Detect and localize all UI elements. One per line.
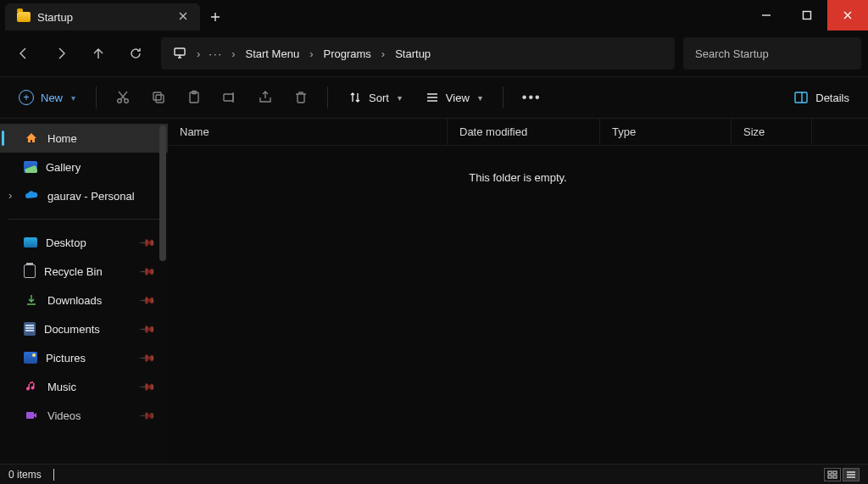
desktop-icon xyxy=(24,237,37,248)
arrow-right-icon xyxy=(54,47,68,60)
tab-startup[interactable]: Startup xyxy=(5,3,200,31)
share-button[interactable] xyxy=(251,85,280,110)
sort-icon xyxy=(348,91,362,104)
rename-button[interactable] xyxy=(215,85,244,110)
svg-rect-9 xyxy=(795,92,807,103)
copy-button[interactable] xyxy=(144,85,173,110)
arrow-up-icon xyxy=(92,47,105,60)
search-input[interactable]: Search Startup xyxy=(683,37,861,70)
refresh-button[interactable] xyxy=(119,37,153,70)
sidebar: Home Gallery gaurav - Personal Desktop 📌 xyxy=(0,119,168,464)
new-button[interactable]: + New ▾ xyxy=(10,85,84,110)
sidebar-item-recycle-bin[interactable]: Recycle Bin 📌 xyxy=(0,257,168,286)
paste-button[interactable] xyxy=(180,85,209,110)
up-button[interactable] xyxy=(81,37,115,70)
sidebar-item-home[interactable]: Home xyxy=(0,124,168,153)
chevron-right-icon[interactable]: › xyxy=(381,47,385,60)
breadcrumb-segment[interactable]: Start Menu xyxy=(241,44,305,64)
breadcrumb-segment[interactable]: Startup xyxy=(390,44,436,64)
navbar: › ··· › Start Menu › Programs › Startup … xyxy=(0,31,868,76)
window-close-button[interactable] xyxy=(827,0,868,31)
view-mode-thumbnails[interactable] xyxy=(824,468,841,481)
details-pane-icon xyxy=(793,90,809,105)
content-area: ⌃ Name Date modified Type Size This fold… xyxy=(168,119,868,464)
minimize-button[interactable] xyxy=(746,0,787,31)
more-button[interactable]: ••• xyxy=(515,85,548,110)
this-pc-icon[interactable] xyxy=(168,42,192,65)
download-icon xyxy=(24,292,39,308)
sidebar-item-documents[interactable]: Documents 📌 xyxy=(0,314,168,343)
status-divider xyxy=(53,469,54,481)
chevron-down-icon: ▾ xyxy=(478,93,482,103)
back-button[interactable] xyxy=(7,37,41,70)
sidebar-scrollbar[interactable] xyxy=(159,125,166,261)
minimize-icon xyxy=(761,10,771,20)
delete-button[interactable] xyxy=(287,85,315,110)
pin-icon: 📌 xyxy=(139,378,157,396)
sidebar-item-onedrive[interactable]: gaurav - Personal xyxy=(0,181,168,210)
column-header-type[interactable]: Type xyxy=(600,119,732,145)
body: Home Gallery gaurav - Personal Desktop 📌 xyxy=(0,119,868,464)
path-overflow-button[interactable]: ··· xyxy=(205,47,226,60)
pin-icon: 📌 xyxy=(139,234,157,252)
maximize-button[interactable] xyxy=(787,0,827,31)
sidebar-item-label: Music xyxy=(47,381,133,393)
paste-icon xyxy=(186,90,202,105)
gallery-icon xyxy=(24,161,37,173)
view-list-icon xyxy=(426,91,439,104)
view-mode-details[interactable] xyxy=(843,468,860,481)
chevron-right-icon[interactable]: › xyxy=(197,47,200,60)
cut-button[interactable] xyxy=(108,85,137,110)
new-tab-button[interactable] xyxy=(200,3,231,31)
forward-button[interactable] xyxy=(44,37,78,70)
sidebar-item-gallery[interactable]: Gallery xyxy=(0,153,168,181)
sidebar-item-videos[interactable]: Videos 📌 xyxy=(0,401,168,430)
column-header-name[interactable]: ⌃ Name xyxy=(168,119,448,145)
documents-icon xyxy=(24,322,36,336)
sidebar-item-pictures[interactable]: Pictures 📌 xyxy=(0,343,168,372)
svg-point-2 xyxy=(118,99,122,103)
sidebar-item-label: Recycle Bin xyxy=(44,265,133,278)
column-header-date[interactable]: Date modified xyxy=(448,119,600,145)
sidebar-separator xyxy=(8,219,159,220)
view-button[interactable]: View ▾ xyxy=(417,86,491,109)
rename-icon xyxy=(222,90,237,105)
sidebar-item-label: Desktop xyxy=(46,236,133,249)
sort-button[interactable]: Sort ▾ xyxy=(340,86,410,109)
chevron-right-icon[interactable]: › xyxy=(309,47,313,60)
sidebar-item-downloads[interactable]: Downloads 📌 xyxy=(0,286,168,314)
svg-rect-5 xyxy=(156,95,164,103)
svg-rect-12 xyxy=(833,471,837,474)
chevron-down-icon: ▾ xyxy=(71,93,75,103)
titlebar: Startup xyxy=(0,0,868,31)
svg-rect-0 xyxy=(804,12,811,19)
address-bar[interactable]: › ··· › Start Menu › Programs › Startup xyxy=(161,37,675,70)
sidebar-item-label: Documents xyxy=(44,323,133,336)
folder-icon xyxy=(17,12,31,22)
titlebar-drag-area[interactable] xyxy=(231,0,746,31)
tab-title: Startup xyxy=(37,11,73,24)
copy-icon xyxy=(151,90,166,105)
divider xyxy=(503,86,504,108)
breadcrumb-segment[interactable]: Programs xyxy=(318,44,376,64)
svg-rect-10 xyxy=(26,412,34,419)
sidebar-item-label: Home xyxy=(47,132,158,145)
sort-label: Sort xyxy=(369,92,389,104)
divider xyxy=(327,86,328,108)
svg-rect-4 xyxy=(153,92,161,100)
cut-icon xyxy=(115,90,131,105)
details-panel-button[interactable]: Details xyxy=(785,85,858,110)
column-header-size[interactable]: Size xyxy=(732,119,812,145)
svg-point-3 xyxy=(125,99,129,103)
view-mode-buttons xyxy=(824,468,860,481)
sidebar-item-desktop[interactable]: Desktop 📌 xyxy=(0,228,168,257)
sidebar-item-music[interactable]: Music 📌 xyxy=(0,372,168,401)
share-icon xyxy=(258,90,273,105)
pin-icon: 📌 xyxy=(139,263,157,281)
maximize-icon xyxy=(802,10,812,20)
chevron-right-icon[interactable]: › xyxy=(231,47,235,60)
column-label: Date modified xyxy=(459,125,527,138)
tab-close-button[interactable] xyxy=(178,10,188,24)
chevron-down-icon: ▾ xyxy=(398,93,402,103)
svg-rect-1 xyxy=(175,48,185,55)
